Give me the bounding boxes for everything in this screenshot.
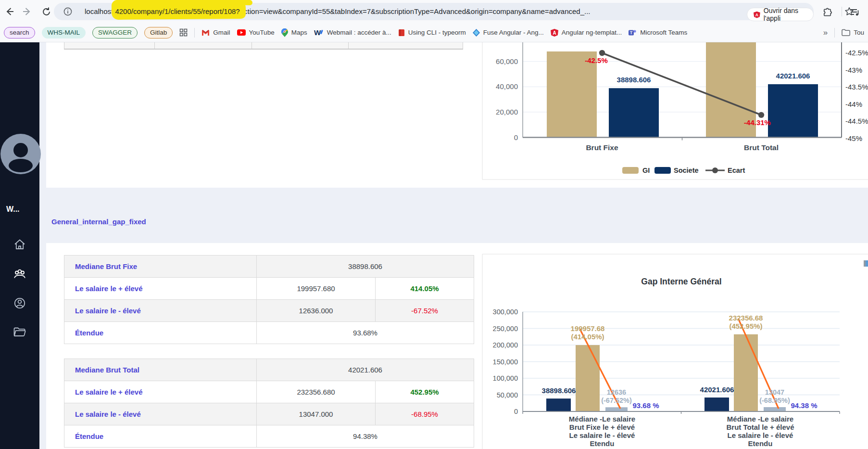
site-info-icon[interactable] — [63, 7, 72, 16]
sidebar-item-profile[interactable] — [0, 293, 39, 314]
bookmarks-right-separator — [834, 28, 835, 38]
angular-shield-icon: A — [551, 29, 558, 37]
svg-text:100,000: 100,000 — [493, 374, 518, 382]
sidebar-item-files[interactable] — [0, 321, 39, 343]
bookmark-maps[interactable]: Maps — [281, 28, 307, 37]
svg-text:T: T — [630, 30, 633, 35]
bookmark-typeorm[interactable]: Using CLI - typeorm — [398, 29, 466, 37]
bookmark-youtube[interactable]: YouTube — [237, 29, 275, 36]
browser-toolbar: localhost:4200/company/1/clients/55/repo… — [0, 0, 868, 23]
sidebar-item-clients[interactable] — [0, 264, 39, 285]
browser-window: localhost:4200/company/1/clients/55/repo… — [0, 0, 868, 449]
svg-text:-43%: -43% — [845, 66, 862, 74]
extensions-icon[interactable] — [820, 5, 834, 19]
svg-text:(-68.95%): (-68.95%) — [759, 397, 790, 404]
teams-icon: T — [629, 29, 637, 37]
url-bar[interactable]: localhost:4200/company/1/clients/55/repo… — [54, 3, 814, 20]
fuse-icon — [473, 29, 480, 37]
row-label: Le salaire le - élevé — [64, 403, 257, 425]
bookmark-gitlab[interactable]: Gitlab — [144, 27, 173, 38]
webmail-icon: W — [314, 29, 324, 36]
svg-text:-42.5%: -42.5% — [585, 56, 608, 64]
sidebar-item-home[interactable] — [0, 234, 39, 255]
open-in-app-button[interactable]: A Ouvrir dans l'appli — [747, 8, 814, 21]
svg-text:250,000: 250,000 — [493, 325, 518, 333]
apps-grid-icon[interactable] — [179, 28, 188, 37]
svg-text:42021.606: 42021.606 — [776, 72, 810, 80]
maps-icon — [281, 28, 288, 37]
svg-text:94.38 %: 94.38 % — [791, 401, 817, 410]
back-icon[interactable] — [3, 5, 16, 18]
avatar[interactable] — [0, 134, 41, 174]
svg-text:Ecart: Ecart — [728, 167, 745, 174]
svg-text:-45%: -45% — [845, 134, 862, 142]
svg-text:42021.606: 42021.606 — [700, 385, 734, 394]
row-value: 13047.000 — [257, 403, 376, 425]
row-percent: 414.05% — [376, 278, 474, 300]
svg-text:A: A — [553, 30, 556, 36]
row-value: 93.68% — [257, 322, 474, 344]
svg-text:60,000: 60,000 — [496, 57, 518, 65]
row-percent: -67.52% — [376, 300, 474, 322]
folder-icon — [842, 29, 850, 36]
table-row: Étendue 93.68% — [64, 322, 474, 344]
app-sidebar: W... — [0, 42, 39, 449]
row-label: Le salaire le - élevé — [64, 300, 257, 322]
row-percent: -68.95% — [376, 403, 474, 425]
svg-text:12636: 12636 — [607, 388, 626, 396]
forward-icon[interactable] — [20, 5, 34, 18]
row-value: 94.38% — [257, 425, 474, 448]
toolbar-separator — [842, 7, 842, 16]
bookmarks-separator — [194, 28, 195, 38]
svg-text:-42.5%: -42.5% — [845, 49, 868, 57]
all-bookmarks-folder[interactable]: Tou — [842, 29, 864, 36]
open-folder-icon — [13, 326, 26, 338]
svg-text:20,000: 20,000 — [496, 108, 518, 116]
report-top-card: 38898.60642021.606020,00040,00060,000-42… — [46, 42, 868, 188]
bookmark-fuse[interactable]: Fuse Angular - Ang... — [473, 29, 544, 37]
gap-interne-general-chart: Gap Interne Général38898.606199957.68(41… — [462, 243, 868, 449]
bookmark-teams[interactable]: T Microsoft Teams — [629, 29, 687, 37]
svg-text:150,000: 150,000 — [493, 358, 518, 366]
svg-text:0: 0 — [514, 133, 518, 141]
svg-text:232356.68: 232356.68 — [729, 314, 763, 322]
youtube-icon — [237, 29, 246, 36]
sidebar-brand: W... — [6, 205, 20, 214]
table-row: Mediane Brut Fixe 38898.606 — [64, 256, 474, 278]
svg-text:50,000: 50,000 — [497, 391, 518, 399]
svg-text:W: W — [314, 29, 321, 36]
person-circle-icon — [13, 296, 26, 310]
table-mediane-brut-fixe: Mediane Brut Fixe 38898.606 Le salaire l… — [64, 255, 474, 344]
bookmark-angular[interactable]: A Angular ng-templat... — [551, 29, 622, 37]
table-row: Le salaire le + élevé 232356.680 452.95% — [64, 381, 474, 403]
table-row: Le salaire le - élevé 13047.000 -68.95% — [64, 403, 474, 425]
red-book-icon — [398, 29, 405, 37]
bookmark-search[interactable]: search — [4, 27, 35, 38]
row-percent: 452.95% — [376, 381, 474, 403]
svg-text:Médiane -Le salaireBrut Total: Médiane -Le salaireBrut Total le + élevé… — [726, 415, 794, 448]
section-heading: General_internal_gap_fixed — [51, 218, 146, 226]
bookmark-webmail[interactable]: W Webmail : accéder à... — [314, 29, 391, 36]
bookmark-whs-mail[interactable]: WHS-MAIL — [42, 27, 86, 38]
row-label: Le salaire le + élevé — [64, 278, 257, 300]
gap-interne-card: Mediane Brut Fixe 38898.606 Le salaire l… — [46, 243, 868, 449]
svg-text:-44.5%: -44.5% — [845, 117, 868, 125]
playlist-icon[interactable] — [848, 5, 861, 19]
bookmarks-overflow-chevron[interactable]: » — [823, 28, 828, 38]
reload-icon[interactable] — [39, 5, 53, 18]
table-row: Le salaire le + élevé 199957.680 414.05% — [64, 278, 474, 300]
svg-text:-44.31%: -44.31% — [744, 118, 771, 127]
row-label: Mediane Brut Fixe — [64, 256, 257, 278]
row-label: Étendue — [64, 322, 257, 344]
svg-text:(-67.52%): (-67.52%) — [601, 397, 632, 404]
row-value: 12636.000 — [257, 300, 376, 322]
svg-text:93.68 %: 93.68 % — [632, 401, 659, 410]
table-row: Le salaire le - élevé 12636.000 -67.52% — [64, 300, 474, 322]
svg-text:Societe: Societe — [674, 167, 699, 174]
row-value: 38898.606 — [257, 256, 474, 278]
svg-text:Gap Interne Général: Gap Interne Général — [641, 277, 721, 286]
open-in-app-label: Ouvrir dans l'appli — [764, 7, 807, 22]
url-highlight-marker: 4200/company/1/clients/55/report/108? — [115, 3, 239, 20]
bookmark-swagger[interactable]: SWAGGER — [92, 27, 138, 38]
bookmark-gmail[interactable]: Gmail — [201, 29, 230, 36]
